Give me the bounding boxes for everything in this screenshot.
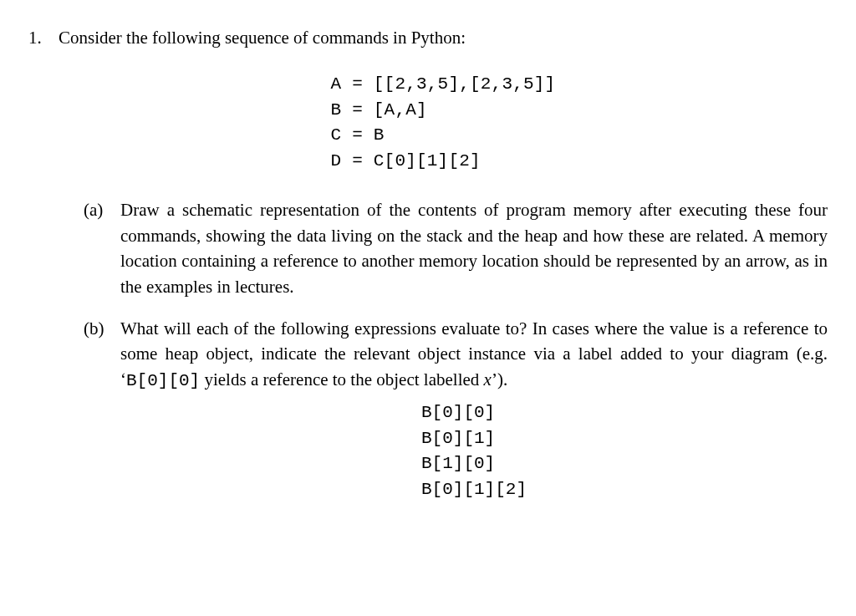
subpart-b-text-mid: yields a reference to the object labelle…	[200, 369, 483, 389]
subpart-b: (b) What will each of the following expr…	[84, 316, 828, 502]
expression-line: B[0][0]	[421, 403, 495, 422]
problem-1: 1. Consider the following sequence of co…	[28, 25, 828, 519]
code-inline-example: B[0][0]	[126, 371, 200, 390]
expression-block: B[0][0] B[0][1] B[1][0] B[0][1][2]	[421, 400, 527, 502]
problem-body: Consider the following sequence of comma…	[59, 25, 828, 519]
code-line: B = [A,A]	[331, 100, 427, 120]
subpart-a-label: (a)	[84, 197, 112, 222]
code-line: A = [[2,3,5],[2,3,5]]	[331, 74, 556, 94]
expression-line: B[1][0]	[421, 454, 495, 473]
subpart-b-body: What will each of the following expressi…	[120, 316, 828, 502]
problem-intro: Consider the following sequence of comma…	[59, 25, 828, 50]
code-block-main: A = [[2,3,5],[2,3,5]] B = [A,A] C = B D …	[331, 72, 556, 174]
code-line: D = C[0][1][2]	[331, 151, 481, 171]
expression-line: B[0][1]	[421, 429, 495, 448]
subpart-b-label: (b)	[84, 316, 112, 341]
code-line: C = B	[331, 125, 385, 145]
subpart-b-text-post: ’).	[492, 369, 507, 389]
subpart-a-body: Draw a schematic representation of the c…	[120, 197, 828, 299]
problem-number: 1.	[28, 25, 48, 50]
expression-line: B[0][1][2]	[421, 480, 527, 499]
subpart-a: (a) Draw a schematic representation of t…	[84, 197, 828, 299]
var-x: x	[484, 369, 492, 389]
